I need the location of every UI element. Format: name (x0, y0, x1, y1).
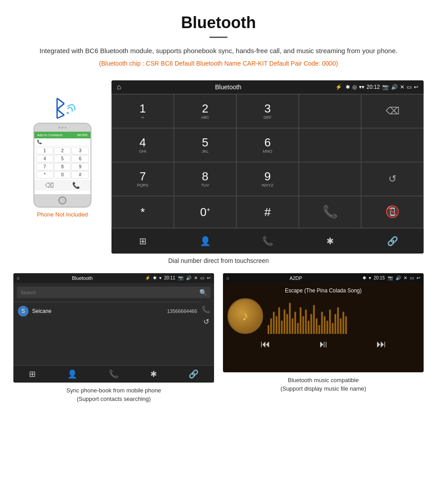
phone-screen: Add to Contacts MORE 📞 1 2 3 4 5 6 7 8 9… (34, 132, 91, 194)
top-section: 📶 Bluetooth; (0, 80, 437, 254)
dial-nav-bluetooth[interactable]: ✱ (299, 233, 361, 249)
dial-key-star[interactable]: * (111, 196, 174, 228)
pb-contact-row[interactable]: S Seicane 13566664466 (13, 302, 202, 320)
dial-key-backspace[interactable]: ⌫ (361, 94, 424, 128)
phonebook-caption-line1: Sync phone-book from mobile phone (66, 387, 161, 394)
pb-nav-keypad[interactable]: ⊞ (29, 369, 36, 379)
page-header: Bluetooth Integrated with BC6 Bluetooth … (0, 0, 437, 80)
dial-screen: ⌂ Bluetooth ⚡ ✱ ◎ ▾▾ 20:12 📷 🔊 ✕ ▭ ↩ (111, 80, 424, 254)
pb-nav-contacts[interactable]: 👤 (67, 369, 77, 379)
pb-nav-bt[interactable]: ✱ (150, 369, 157, 379)
dial-key-end[interactable]: 📵 (361, 196, 424, 228)
pb-search-box[interactable]: Search 🔍 (17, 287, 210, 298)
phone-key-4[interactable]: 4 (36, 155, 54, 162)
phone-more: MORE (77, 133, 88, 137)
dial-key-2[interactable]: 2 ABC (174, 94, 236, 128)
pb-volume-icon: 🔊 (186, 275, 191, 280)
music-prev-button[interactable]: ⏮ (260, 338, 270, 350)
music-item: ⌂ A2DP ✱ ▾ 20:15 📷 🔊 ✕ ▭ ↩ Escape (The P… (223, 273, 424, 404)
dial-nav-keypad[interactable]: ⊞ (111, 233, 174, 249)
phone-key-3[interactable]: 3 (71, 147, 89, 154)
phone-key-1[interactable]: 1 (36, 147, 54, 154)
music-window-icon[interactable]: ▭ (410, 275, 414, 280)
pb-contact-number: 13566664466 (167, 308, 197, 314)
phone-key-5[interactable]: 5 (54, 155, 71, 162)
dial-key-1[interactable]: 1 ∞ (111, 94, 174, 128)
bt-status-icon: ✱ (346, 84, 350, 90)
dial-key-9[interactable]: 9 WXYZ (236, 162, 299, 196)
phone-key-0[interactable]: 0 (54, 171, 71, 179)
pb-window-icon[interactable]: ▭ (200, 275, 204, 280)
dial-key-refresh[interactable]: ↺ (361, 162, 424, 196)
pb-right-call-icon[interactable]: 📞 (202, 305, 210, 314)
music-home-icon[interactable]: ⌂ (227, 275, 229, 280)
phone-key-8[interactable]: 8 (54, 163, 71, 171)
dial-key-3[interactable]: 3 DEF (236, 94, 299, 128)
title-divider (210, 37, 227, 38)
page-specs: (Bluetooth chip : CSR BC6 Default Blueto… (9, 60, 428, 67)
music-song-title: Escape (The Pina Colada Song) (285, 287, 362, 294)
pb-nav-link[interactable]: 🔗 (189, 369, 198, 379)
dial-key-hash[interactable]: # (236, 196, 299, 228)
music-caption: Bluetooth music compatible (Support disp… (280, 376, 366, 393)
pb-back-icon[interactable]: ↩ (207, 275, 210, 280)
pb-signal-icon: ▾ (159, 275, 161, 280)
status-time: 20:12 (367, 84, 380, 90)
dial-key-6[interactable]: 6 MNO (236, 128, 299, 162)
home-icon[interactable]: ⌂ (117, 83, 121, 91)
phone-top-bar (34, 124, 91, 132)
pb-right-refresh-icon[interactable]: ↺ (203, 317, 209, 326)
phone-bottom-bar (34, 194, 91, 207)
phone-key-2[interactable]: 2 (54, 147, 71, 154)
dial-status-bar: ⌂ Bluetooth ⚡ ✱ ◎ ▾▾ 20:12 📷 🔊 ✕ ▭ ↩ (111, 80, 424, 94)
phone-not-included-label: Phone Not Included (37, 211, 88, 218)
music-close-icon[interactable]: ✕ (404, 275, 407, 280)
status-icons: ✱ ◎ ▾▾ 20:12 📷 🔊 ✕ ▭ ↩ (346, 84, 418, 90)
dial-key-empty-4 (299, 162, 361, 196)
phone-key-hash[interactable]: # (71, 171, 89, 179)
pb-time: 20:11 (164, 275, 175, 280)
location-icon: ◎ (352, 84, 357, 90)
music-signal-icon: ▾ (369, 275, 371, 280)
dial-key-5[interactable]: 5 JKL (174, 128, 236, 162)
phone-dialpad: 1 2 3 4 5 6 7 8 9 * 0 # (34, 146, 91, 180)
dial-key-0[interactable]: 0+ (174, 196, 236, 228)
pb-contact-name: Seicane (32, 308, 164, 314)
phone-key-7[interactable]: 7 (36, 163, 54, 171)
dial-key-empty-1 (299, 94, 361, 128)
phonebook-screen: ⌂ Bluetooth ⚡ ✱ ▾ 20:11 📷 🔊 ✕ ▭ ↩ Search… (13, 273, 214, 383)
music-back-icon[interactable]: ↩ (416, 275, 420, 280)
music-screen: ⌂ A2DP ✱ ▾ 20:15 📷 🔊 ✕ ▭ ↩ Escape (The P… (223, 273, 424, 372)
phone-key-6[interactable]: 6 (71, 155, 89, 162)
music-play-pause-button[interactable]: ⏯ (318, 338, 328, 350)
pb-bottom-nav: ⊞ 👤 📞 ✱ 🔗 (13, 365, 214, 383)
phone-side: 📶 Bluetooth; (13, 80, 111, 218)
pb-bt-icon: ✱ (153, 275, 157, 280)
dial-key-call[interactable]: 📞 (299, 196, 361, 228)
dial-nav-contacts[interactable]: 👤 (174, 233, 236, 249)
music-status-bar: ⌂ A2DP ✱ ▾ 20:15 📷 🔊 ✕ ▭ ↩ (223, 273, 424, 283)
dial-key-4[interactable]: 4 GHI (111, 128, 174, 162)
phone-key-star[interactable]: * (36, 171, 54, 179)
pb-right-icons: 📞 ↺ (202, 302, 214, 329)
pb-home-icon[interactable]: ⌂ (17, 275, 20, 280)
pb-status-bar: ⌂ Bluetooth ⚡ ✱ ▾ 20:11 📷 🔊 ✕ ▭ ↩ (13, 273, 214, 283)
pb-nav-calls[interactable]: 📞 (109, 369, 119, 379)
page-title: Bluetooth (9, 13, 428, 32)
close-status-icon[interactable]: ✕ (400, 84, 404, 90)
dial-nav-calls[interactable]: 📞 (236, 233, 299, 249)
phonebook-caption: Sync phone-book from mobile phone (Suppo… (66, 386, 161, 404)
pb-search-icon[interactable]: 🔍 (199, 289, 207, 296)
dial-key-8[interactable]: 8 TUV (174, 162, 236, 196)
phone-home-button[interactable] (58, 196, 66, 204)
camera-status-icon: 📷 (382, 84, 389, 90)
back-status-icon[interactable]: ↩ (414, 84, 418, 90)
dial-nav-link[interactable]: 🔗 (361, 233, 424, 249)
dial-key-7[interactable]: 7 PQRS (111, 162, 174, 196)
window-status-icon[interactable]: ▭ (407, 84, 412, 90)
music-controls: ⏮ ⏯ ⏭ (227, 334, 419, 354)
phone-key-9[interactable]: 9 (71, 163, 89, 171)
pb-close-icon[interactable]: ✕ (194, 275, 198, 280)
music-next-button[interactable]: ⏭ (376, 338, 386, 350)
pb-camera-icon: 📷 (178, 275, 183, 280)
